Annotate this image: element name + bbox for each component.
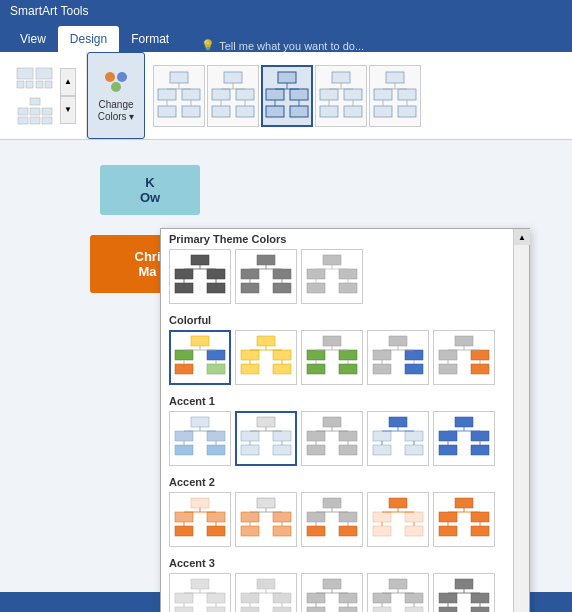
- accent3-option-2[interactable]: [235, 573, 297, 612]
- svg-rect-28: [236, 89, 254, 100]
- svg-rect-210: [405, 526, 423, 536]
- svg-rect-207: [373, 512, 391, 522]
- tell-me-text[interactable]: Tell me what you want to do...: [219, 40, 364, 52]
- svg-rect-199: [339, 512, 357, 522]
- accent2-option-4[interactable]: [367, 492, 429, 547]
- colorful-option-1[interactable]: [169, 330, 231, 385]
- svg-rect-228: [207, 607, 225, 613]
- svg-rect-243: [307, 593, 325, 603]
- svg-rect-143: [257, 417, 275, 427]
- svg-rect-163: [405, 431, 423, 441]
- scroll-down-btn[interactable]: ▼: [60, 96, 76, 124]
- accent3-option-4[interactable]: [367, 573, 429, 612]
- svg-rect-27: [212, 89, 230, 100]
- svg-rect-219: [471, 526, 489, 536]
- layout-small-1[interactable]: [16, 67, 54, 95]
- accent3-option-1[interactable]: [169, 573, 231, 612]
- svg-rect-3: [36, 68, 52, 79]
- change-colors-icon: [102, 69, 130, 97]
- primary-color-3[interactable]: [301, 249, 363, 304]
- svg-rect-39: [290, 106, 308, 117]
- layout-thumb-4[interactable]: [315, 65, 367, 127]
- svg-rect-2: [26, 81, 33, 88]
- layout-thumb-3[interactable]: [261, 65, 313, 127]
- accent3-option-5[interactable]: [433, 573, 495, 612]
- accent2-option-1[interactable]: [169, 492, 231, 547]
- svg-rect-236: [241, 607, 259, 613]
- svg-rect-38: [266, 106, 284, 117]
- colorful-option-2[interactable]: [235, 330, 297, 385]
- svg-rect-6: [30, 98, 40, 105]
- accent1-option-2[interactable]: [235, 411, 297, 466]
- accent1-option-1[interactable]: [169, 411, 231, 466]
- primary-color-1[interactable]: [169, 249, 231, 304]
- svg-rect-73: [273, 269, 291, 279]
- svg-rect-146: [241, 445, 259, 455]
- svg-rect-138: [207, 445, 225, 455]
- svg-rect-254: [373, 607, 391, 613]
- svg-rect-127: [471, 350, 489, 360]
- accent2-option-2[interactable]: [235, 492, 297, 547]
- layout-thumb-5[interactable]: [369, 65, 421, 127]
- svg-rect-19: [158, 106, 176, 117]
- tab-format[interactable]: Format: [119, 26, 181, 52]
- svg-rect-216: [439, 512, 457, 522]
- svg-rect-162: [373, 431, 391, 441]
- colorful-options-row: [161, 328, 529, 391]
- svg-rect-128: [439, 364, 457, 374]
- tab-view[interactable]: View: [8, 26, 58, 52]
- layout-thumb-2[interactable]: [207, 65, 259, 127]
- primary-color-2[interactable]: [235, 249, 297, 304]
- section-label-primary: Primary Theme Colors: [161, 229, 529, 247]
- accent1-option-4[interactable]: [367, 411, 429, 466]
- svg-rect-237: [273, 607, 291, 613]
- svg-rect-190: [273, 512, 291, 522]
- layout-small-2[interactable]: [16, 97, 54, 125]
- svg-rect-261: [439, 593, 457, 603]
- svg-rect-20: [182, 106, 200, 117]
- accent2-option-3[interactable]: [301, 492, 363, 547]
- layout-thumbnails: [153, 52, 421, 139]
- lightbulb-icon: 💡: [201, 39, 215, 52]
- svg-rect-84: [339, 283, 357, 293]
- svg-rect-135: [175, 431, 193, 441]
- svg-rect-119: [373, 364, 391, 374]
- accent3-option-3[interactable]: [301, 573, 363, 612]
- scroll-up-btn[interactable]: ▲: [60, 68, 76, 96]
- svg-rect-174: [471, 445, 489, 455]
- svg-rect-75: [273, 283, 291, 293]
- svg-rect-188: [257, 498, 275, 508]
- svg-rect-81: [307, 269, 325, 279]
- svg-rect-145: [273, 431, 291, 441]
- scroll-arrows[interactable]: ▲ ▼: [58, 68, 78, 124]
- svg-rect-111: [339, 364, 357, 374]
- svg-rect-93: [207, 364, 225, 374]
- svg-rect-66: [207, 283, 225, 293]
- svg-rect-98: [257, 336, 275, 346]
- svg-rect-206: [389, 498, 407, 508]
- accent2-option-5[interactable]: [433, 492, 495, 547]
- change-colors-button[interactable]: ChangeColors ▾: [87, 52, 145, 139]
- scroll-up-btn[interactable]: ▲: [514, 229, 530, 245]
- svg-rect-45: [320, 89, 338, 100]
- dropdown-scrollbar[interactable]: ▲ ▼: [513, 229, 529, 612]
- colorful-option-4[interactable]: [367, 330, 429, 385]
- accent1-option-3[interactable]: [301, 411, 363, 466]
- svg-point-14: [117, 72, 127, 82]
- colorful-option-3[interactable]: [301, 330, 363, 385]
- accent1-options-row: [161, 409, 529, 472]
- section-label-accent2: Accent 2: [161, 472, 529, 490]
- svg-rect-90: [175, 350, 193, 360]
- svg-rect-110: [307, 364, 325, 374]
- svg-rect-134: [191, 417, 209, 427]
- ribbon-tabs: View Design Format 💡 Tell me what you wa…: [0, 22, 572, 52]
- svg-rect-189: [241, 512, 259, 522]
- tab-design[interactable]: Design: [58, 26, 119, 52]
- colorful-option-5[interactable]: [433, 330, 495, 385]
- layout-thumb-1[interactable]: [153, 65, 205, 127]
- svg-rect-74: [241, 283, 259, 293]
- accent1-option-5[interactable]: [433, 411, 495, 466]
- accent2-options-row: [161, 490, 529, 553]
- svg-rect-57: [398, 106, 416, 117]
- svg-rect-137: [175, 445, 193, 455]
